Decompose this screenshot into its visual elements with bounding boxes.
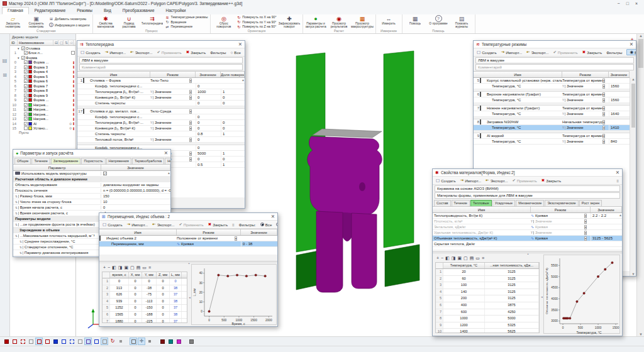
cube-violet-wire[interactable] xyxy=(84,338,92,345)
toolbar-button-Закрыть[interactable]: ✖Закрыть xyxy=(541,178,561,183)
table-row[interactable]: 17Отливка и др. металл. пов...Тело-Среда… xyxy=(77,109,245,114)
grid-cell[interactable]: 200 xyxy=(443,295,485,302)
color-swatch[interactable] xyxy=(28,117,32,121)
expand-all-icon[interactable]: ⊟ xyxy=(53,40,58,45)
cube-blue-dashed[interactable] xyxy=(68,338,75,345)
column-header-Параметр[interactable]: Параметр xyxy=(13,165,101,170)
grid-row[interactable]: 41403125 xyxy=(436,289,539,296)
grid-cell[interactable]: 3125 xyxy=(485,282,539,289)
dropdown-icon[interactable]: ▾ xyxy=(189,157,192,162)
visibility-checkbox[interactable]: ✓ xyxy=(24,122,28,126)
cube-view[interactable] xyxy=(130,338,137,345)
table-row[interactable]: Температура, °CYЗначение▾1560 xyxy=(474,84,630,89)
table-row[interactable]: Степень черноты0.81 xyxy=(77,131,245,137)
toolbar-overflow-icon[interactable]: ≡ xyxy=(232,223,235,227)
toolbar-button-Создать[interactable]: ▢Создать xyxy=(103,222,123,227)
tab-Состав[interactable]: Состав xyxy=(434,200,451,206)
param-row[interactable]: Плоскость сеченияn = (0.000000,0.000000,… xyxy=(13,188,170,194)
grid-cell[interactable]: 0 xyxy=(129,292,142,298)
column-header-Значение[interactable]: Значение xyxy=(101,165,170,170)
visibility-checkbox[interactable]: ✓ xyxy=(24,75,28,79)
tab-Главная[interactable]: Главная xyxy=(2,7,29,14)
ribbon-button-Загрузить геометрию[interactable]: ▱Загрузить геометрию xyxy=(1,14,25,29)
visibility-checkbox[interactable]: ✓ xyxy=(21,56,25,60)
comment-field[interactable]: Комментарий xyxy=(475,64,634,70)
sort-icon[interactable]: ⇅ xyxy=(64,40,69,45)
color-swatch[interactable] xyxy=(28,94,32,97)
grid-cell[interactable]: 0 xyxy=(157,285,170,292)
table-row[interactable]: Индекс объема 2Положение от времени▾ xyxy=(99,236,277,241)
grid-cell[interactable]: 4250 xyxy=(485,309,539,316)
close-icon[interactable]: ✕ xyxy=(630,41,633,47)
grid-cell[interactable]: 3125 xyxy=(485,289,539,295)
tree-item-Форма ...[interactable]: 0✓Форма ...❚ xyxy=(10,60,75,65)
toolbar-button-Создать[interactable]: ▢Создать xyxy=(80,50,101,55)
grid-cell[interactable]: 140 xyxy=(443,289,485,295)
tree-item-Устано...[interactable]: 15Устано...⚙❚ xyxy=(10,126,75,131)
tree-item-Блок л...[interactable]: 1✓Блок л... xyxy=(10,51,75,56)
grid-row[interactable]: 1014005625 xyxy=(436,329,539,333)
material-description-field[interactable]: Материалы формы, применяемые для ЛВМ в в… xyxy=(435,192,620,199)
new-table-icon[interactable]: ▢ xyxy=(464,256,468,261)
grid-cell[interactable]: -225 xyxy=(142,319,157,323)
checkbox[interactable]: ✓ xyxy=(103,172,107,175)
dropdown-icon[interactable]: ▾ xyxy=(602,79,605,83)
grid-row[interactable]: 36260-75037 xyxy=(103,292,187,299)
grid-cell[interactable]: 600 xyxy=(443,309,485,316)
tab-Усадочные[interactable]: Усадочные xyxy=(492,200,515,206)
scroll-up-icon[interactable]: ▲ xyxy=(630,77,636,81)
grid-cell[interactable]: 20 xyxy=(443,269,485,275)
horizontal-splitter[interactable]: ▴ xyxy=(433,251,623,254)
toolbar-button-Закрыть[interactable]: ✖Закрыть xyxy=(186,50,206,55)
tree-item-Форма 8[interactable]: 7✓Форма 8❚ xyxy=(10,89,75,94)
toolbar-button-Применить[interactable]: ✔Применить xyxy=(553,50,577,55)
cube-red-wire[interactable] xyxy=(11,338,18,345)
extra-checkbox[interactable] xyxy=(71,51,75,55)
cube-rotate[interactable]: ↻ xyxy=(109,338,116,345)
visibility-checkbox[interactable]: ✓ xyxy=(24,113,28,116)
dialog-scrollbar[interactable]: ▲ ▼ xyxy=(630,77,636,276)
toolbar-button-Экспорт...[interactable]: ⇤Экспорт... xyxy=(130,50,152,55)
grid-cell[interactable]: 38 xyxy=(170,285,182,292)
visibility-checkbox[interactable] xyxy=(24,126,28,130)
visibility-checkbox[interactable]: ✓ xyxy=(24,117,28,121)
dropdown-icon[interactable]: ▾ xyxy=(602,126,605,130)
color-swatch[interactable] xyxy=(28,60,32,64)
tree-item-Нагрев...[interactable]: 11✓Нагрев...❚ xyxy=(10,107,75,113)
table-row[interactable]: Теплопроводность, Вт/(м·К)∿Кривая▾2.2 - … xyxy=(433,213,622,219)
column-header-Имя[interactable]: Имя xyxy=(99,229,177,235)
tab-Редактирование[interactable]: Редактирование xyxy=(29,7,72,14)
table-row[interactable]: Плотность, кг/м³YЗначение▾ xyxy=(433,219,622,224)
dropdown-icon[interactable]: ▾ xyxy=(584,219,587,224)
toolbar-button-Импорт...[interactable]: ⇥Импорт... xyxy=(105,50,126,55)
ribbon-button-Измерить[interactable]: ↔Измерить xyxy=(377,14,401,29)
ribbon-button-О программе[interactable]: ?О программе xyxy=(427,14,450,29)
ribbon-button-Повернуть по Z на 90°[interactable]: ↻Повернуть по Z на 90° xyxy=(236,25,276,29)
grid-cell[interactable]: -188 xyxy=(142,312,157,318)
grid-cell[interactable]: -150 xyxy=(142,305,157,311)
toolbar-overflow-icon[interactable]: ≡ xyxy=(616,179,619,183)
ribbon-button-Подвод расплава[interactable]: ∪Подвод расплава xyxy=(118,14,141,29)
toolbar-button-Закрыть[interactable]: ✖Закрыть xyxy=(208,222,228,227)
param-row[interactable]: Использовать модель микроструктуры✓ xyxy=(13,171,170,177)
select-range-icon[interactable]: ▭ xyxy=(475,256,480,261)
grid-cell[interactable]: 3125 xyxy=(485,295,539,302)
favorites-icon[interactable]: ☆ xyxy=(69,40,74,45)
grid-column-L, мм[interactable]: L, мм xyxy=(170,272,182,278)
grid-cell[interactable]: 0 xyxy=(129,299,142,305)
ribbon-button-Вращение[interactable]: ↻Вращение xyxy=(165,19,208,24)
ribbon-button-Информация о модели[interactable]: iИнформация о модели xyxy=(49,23,90,27)
grid-row[interactable]: 912005325 xyxy=(436,322,539,329)
ribbon-button-Сброс поворотов[interactable]: ◎Сброс поворотов xyxy=(212,14,235,29)
grid-row[interactable]: 810005000 xyxy=(436,316,539,322)
export-rows-icon[interactable]: ◨ xyxy=(118,265,123,270)
material-name-field[interactable]: Керамика на основе Al2O3 (ВИАМ) xyxy=(435,185,620,192)
scroll-down-icon[interactable]: ▼ xyxy=(630,272,636,276)
grid-cell[interactable]: 3125 xyxy=(485,269,539,275)
axis-triad-button[interactable]: ✛ xyxy=(138,338,145,345)
grid-cell[interactable]: 0 xyxy=(157,319,170,323)
grid-row[interactable]: 718800-225037 xyxy=(103,319,187,323)
layers-panel-tab-icon[interactable]: ⊞ xyxy=(3,72,7,78)
grid-column-Z, мм[interactable]: Z, мм xyxy=(157,272,170,278)
grid-row[interactable]: 64003875 xyxy=(436,302,539,309)
